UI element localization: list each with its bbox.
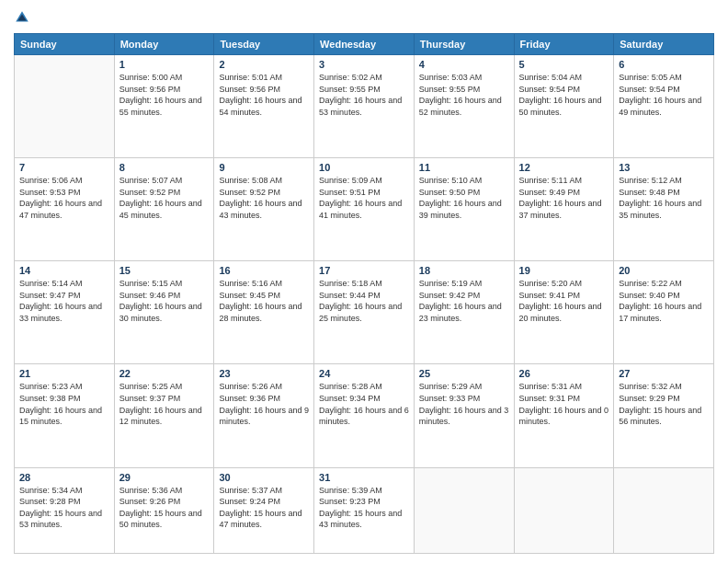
weekday-header-row: SundayMondayTuesdayWednesdayThursdayFrid… [15,34,714,55]
day-info: Sunrise: 5:23 AMSunset: 9:38 PMDaylight:… [19,381,109,427]
day-info: Sunrise: 5:03 AMSunset: 9:55 PMDaylight:… [419,72,509,118]
week-row-2: 7Sunrise: 5:06 AMSunset: 9:53 PMDaylight… [15,158,714,261]
calendar-cell: 7Sunrise: 5:06 AMSunset: 9:53 PMDaylight… [15,158,115,261]
day-info: Sunrise: 5:19 AMSunset: 9:42 PMDaylight:… [419,278,509,324]
week-row-3: 14Sunrise: 5:14 AMSunset: 9:47 PMDayligh… [15,261,714,364]
day-info: Sunrise: 5:31 AMSunset: 9:31 PMDaylight:… [519,381,609,427]
calendar-cell: 15Sunrise: 5:15 AMSunset: 9:46 PMDayligh… [114,261,214,364]
header [14,9,714,26]
day-info: Sunrise: 5:36 AMSunset: 9:26 PMDaylight:… [119,485,210,531]
calendar-cell: 30Sunrise: 5:37 AMSunset: 9:24 PMDayligh… [214,467,314,554]
week-row-5: 28Sunrise: 5:34 AMSunset: 9:28 PMDayligh… [15,467,714,554]
day-number: 24 [319,368,409,379]
day-info: Sunrise: 5:07 AMSunset: 9:52 PMDaylight:… [119,175,210,221]
day-number: 15 [119,265,210,276]
calendar-cell: 25Sunrise: 5:29 AMSunset: 9:33 PMDayligh… [414,364,514,467]
calendar-cell: 24Sunrise: 5:28 AMSunset: 9:34 PMDayligh… [314,364,415,467]
day-info: Sunrise: 5:01 AMSunset: 9:56 PMDaylight:… [219,72,309,118]
day-info: Sunrise: 5:14 AMSunset: 9:47 PMDaylight:… [19,278,109,324]
day-number: 7 [19,162,109,173]
day-info: Sunrise: 5:28 AMSunset: 9:34 PMDaylight:… [319,381,409,427]
week-row-4: 21Sunrise: 5:23 AMSunset: 9:38 PMDayligh… [15,364,714,467]
day-info: Sunrise: 5:26 AMSunset: 9:36 PMDaylight:… [219,381,309,427]
day-number: 14 [19,265,109,276]
day-info: Sunrise: 5:34 AMSunset: 9:28 PMDaylight:… [19,485,109,531]
day-number: 11 [419,162,509,173]
calendar-cell: 12Sunrise: 5:11 AMSunset: 9:49 PMDayligh… [514,158,614,261]
day-number: 31 [319,472,409,483]
day-info: Sunrise: 5:32 AMSunset: 9:29 PMDaylight:… [619,381,709,427]
day-number: 30 [219,472,309,483]
calendar-cell [514,467,614,554]
day-number: 18 [419,265,509,276]
day-number: 17 [319,265,409,276]
day-info: Sunrise: 5:15 AMSunset: 9:46 PMDaylight:… [119,278,210,324]
day-number: 26 [519,368,609,379]
calendar-cell: 5Sunrise: 5:04 AMSunset: 9:54 PMDaylight… [514,55,614,158]
day-number: 28 [19,472,109,483]
day-info: Sunrise: 5:09 AMSunset: 9:51 PMDaylight:… [319,175,409,221]
day-info: Sunrise: 5:02 AMSunset: 9:55 PMDaylight:… [319,72,409,118]
day-info: Sunrise: 5:00 AMSunset: 9:56 PMDaylight:… [119,72,210,118]
day-number: 29 [119,472,210,483]
calendar-cell: 29Sunrise: 5:36 AMSunset: 9:26 PMDayligh… [114,467,214,554]
day-number: 1 [119,59,210,70]
day-number: 5 [519,59,609,70]
calendar-cell: 9Sunrise: 5:08 AMSunset: 9:52 PMDaylight… [214,158,314,261]
day-number: 2 [219,59,309,70]
day-number: 9 [219,162,309,173]
calendar-cell: 21Sunrise: 5:23 AMSunset: 9:38 PMDayligh… [15,364,115,467]
calendar-cell: 6Sunrise: 5:05 AMSunset: 9:54 PMDaylight… [614,55,714,158]
day-number: 8 [119,162,210,173]
day-info: Sunrise: 5:04 AMSunset: 9:54 PMDaylight:… [519,72,609,118]
day-number: 16 [219,265,309,276]
calendar-cell: 8Sunrise: 5:07 AMSunset: 9:52 PMDaylight… [114,158,214,261]
calendar-cell: 4Sunrise: 5:03 AMSunset: 9:55 PMDaylight… [414,55,514,158]
day-number: 21 [19,368,109,379]
calendar-cell: 14Sunrise: 5:14 AMSunset: 9:47 PMDayligh… [15,261,115,364]
calendar-cell: 13Sunrise: 5:12 AMSunset: 9:48 PMDayligh… [614,158,714,261]
week-row-1: 1Sunrise: 5:00 AMSunset: 9:56 PMDaylight… [15,55,714,158]
day-number: 6 [619,59,709,70]
calendar-cell [15,55,115,158]
weekday-header-wednesday: Wednesday [314,34,415,55]
day-number: 25 [419,368,509,379]
day-number: 13 [619,162,709,173]
day-info: Sunrise: 5:05 AMSunset: 9:54 PMDaylight:… [619,72,709,118]
calendar-cell: 18Sunrise: 5:19 AMSunset: 9:42 PMDayligh… [414,261,514,364]
page: SundayMondayTuesdayWednesdayThursdayFrid… [0,0,728,563]
day-info: Sunrise: 5:08 AMSunset: 9:52 PMDaylight:… [219,175,309,221]
day-number: 23 [219,368,309,379]
calendar-cell: 31Sunrise: 5:39 AMSunset: 9:23 PMDayligh… [314,467,415,554]
calendar-cell: 27Sunrise: 5:32 AMSunset: 9:29 PMDayligh… [614,364,714,467]
weekday-header-sunday: Sunday [15,34,115,55]
weekday-header-monday: Monday [114,34,214,55]
day-number: 10 [319,162,409,173]
calendar-cell: 3Sunrise: 5:02 AMSunset: 9:55 PMDaylight… [314,55,415,158]
day-number: 4 [419,59,509,70]
weekday-header-tuesday: Tuesday [214,34,314,55]
weekday-header-saturday: Saturday [614,34,714,55]
day-info: Sunrise: 5:39 AMSunset: 9:23 PMDaylight:… [319,485,409,531]
calendar-cell: 22Sunrise: 5:25 AMSunset: 9:37 PMDayligh… [114,364,214,467]
day-number: 22 [119,368,210,379]
calendar-cell [414,467,514,554]
day-info: Sunrise: 5:11 AMSunset: 9:49 PMDaylight:… [519,175,609,221]
calendar-cell: 20Sunrise: 5:22 AMSunset: 9:40 PMDayligh… [614,261,714,364]
calendar-cell: 11Sunrise: 5:10 AMSunset: 9:50 PMDayligh… [414,158,514,261]
calendar-cell: 23Sunrise: 5:26 AMSunset: 9:36 PMDayligh… [214,364,314,467]
calendar-cell: 1Sunrise: 5:00 AMSunset: 9:56 PMDaylight… [114,55,214,158]
logo [14,9,34,26]
calendar-cell: 28Sunrise: 5:34 AMSunset: 9:28 PMDayligh… [15,467,115,554]
calendar-table: SundayMondayTuesdayWednesdayThursdayFrid… [14,33,714,554]
day-info: Sunrise: 5:16 AMSunset: 9:45 PMDaylight:… [219,278,309,324]
day-info: Sunrise: 5:29 AMSunset: 9:33 PMDaylight:… [419,381,509,427]
day-number: 27 [619,368,709,379]
day-number: 12 [519,162,609,173]
day-number: 20 [619,265,709,276]
weekday-header-friday: Friday [514,34,614,55]
day-number: 19 [519,265,609,276]
calendar-cell: 16Sunrise: 5:16 AMSunset: 9:45 PMDayligh… [214,261,314,364]
calendar-cell: 19Sunrise: 5:20 AMSunset: 9:41 PMDayligh… [514,261,614,364]
day-info: Sunrise: 5:20 AMSunset: 9:41 PMDaylight:… [519,278,609,324]
